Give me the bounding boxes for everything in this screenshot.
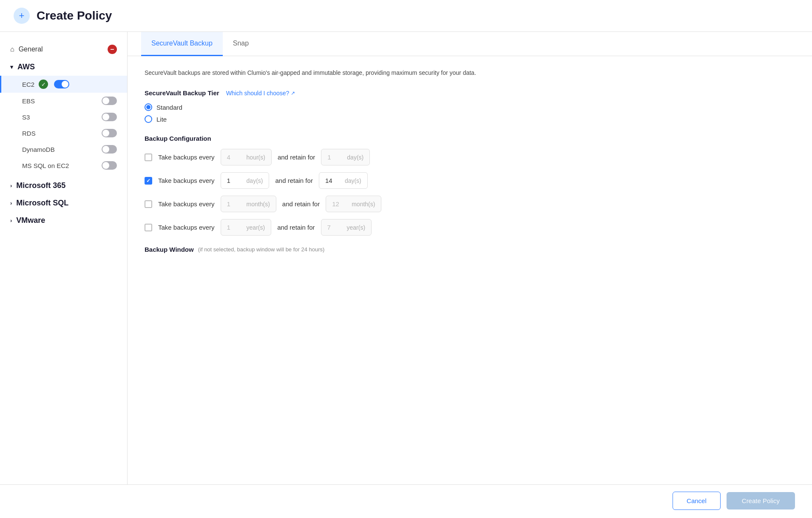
aws-chevron-icon: ▾ <box>10 64 13 70</box>
radio-standard-label: Standard <box>156 104 182 111</box>
freq-unit-monthly: month(s) <box>247 196 276 212</box>
retain-label-monthly: and retain for <box>282 200 320 208</box>
freq-unit-hourly: hour(s) <box>247 150 271 165</box>
sidebar-group-aws[interactable]: ▾ AWS <box>0 58 127 76</box>
tab-snap[interactable]: Snap <box>223 32 259 56</box>
ec2-label: EC2 <box>22 81 34 88</box>
header: + Create Policy <box>0 0 812 32</box>
backup-label-monthly: Take backups every <box>158 200 215 208</box>
ebs-label: EBS <box>22 97 35 105</box>
backup-label-daily: Take backups every <box>158 177 215 184</box>
mssql-ec2-toggle[interactable] <box>102 161 117 170</box>
backup-label-yearly: Take backups every <box>158 224 215 231</box>
freq-field-yearly: year(s) <box>221 219 272 236</box>
msql-chevron-icon: › <box>10 200 12 206</box>
freq-unit-daily: day(s) <box>247 173 269 188</box>
tab-securevault-backup[interactable]: SecureVault Backup <box>141 32 223 56</box>
content-area: SecureVault Backup Snap SecureVault back… <box>128 32 812 484</box>
tier-help-link[interactable]: Which should I choose? ↗ <box>226 90 295 97</box>
radio-lite[interactable]: Lite <box>145 115 795 123</box>
retain-field-monthly: month(s) <box>326 196 381 212</box>
retain-field-daily: day(s) <box>319 172 368 189</box>
sidebar: ⌂ General – ▾ AWS EC2 ✓ EBS S3 RDS <box>0 32 128 484</box>
checkbox-monthly[interactable] <box>145 200 152 208</box>
general-error-icon: – <box>108 45 117 54</box>
create-policy-button[interactable]: Create Policy <box>727 492 795 509</box>
sidebar-item-dynamodb[interactable]: DynamoDB <box>0 141 127 157</box>
backup-row-hourly: Take backups every hour(s) and retain fo… <box>145 149 795 165</box>
mssql-ec2-label: MS SQL on EC2 <box>22 162 69 169</box>
backup-row-yearly: Take backups every year(s) and retain fo… <box>145 219 795 236</box>
ebs-toggle[interactable] <box>102 97 117 105</box>
create-icon: + <box>14 8 30 24</box>
radio-lite-circle <box>145 115 152 123</box>
content-inner: SecureVault backups are stored within Cl… <box>128 56 812 265</box>
sidebar-aws-label: AWS <box>17 63 35 71</box>
home-icon: ⌂ <box>10 46 14 53</box>
cancel-button[interactable]: Cancel <box>673 492 721 510</box>
checkbox-hourly[interactable] <box>145 154 152 161</box>
retain-unit-yearly: year(s) <box>347 220 372 235</box>
sidebar-group-msql[interactable]: › Microsoft SQL <box>0 194 127 212</box>
checkbox-daily[interactable] <box>145 177 152 185</box>
rds-toggle[interactable] <box>102 129 117 137</box>
sidebar-msql-label: Microsoft SQL <box>16 199 68 208</box>
backup-row-daily: Take backups every day(s) and retain for… <box>145 172 795 189</box>
freq-field-monthly: month(s) <box>221 196 276 212</box>
backup-config-title: Backup Configuration <box>145 135 795 142</box>
tier-section-header: SecureVault Backup Tier Which should I c… <box>145 89 795 97</box>
sidebar-group-vmware[interactable]: › VMware <box>0 212 127 229</box>
radio-standard-circle <box>145 103 152 111</box>
retain-field-hourly: day(s) <box>321 149 370 165</box>
ec2-toggle[interactable] <box>54 80 69 88</box>
sidebar-item-mssql-ec2[interactable]: MS SQL on EC2 <box>0 157 127 174</box>
freq-unit-yearly: year(s) <box>247 220 271 235</box>
backup-window-row: Backup Window (if not selected, backup w… <box>145 246 795 253</box>
sidebar-item-general[interactable]: ⌂ General – <box>0 40 127 58</box>
retain-label-daily: and retain for <box>275 177 312 184</box>
radio-lite-label: Lite <box>156 116 167 123</box>
sidebar-item-rds[interactable]: RDS <box>0 125 127 141</box>
backup-window-title: Backup Window <box>145 246 194 253</box>
s3-label: S3 <box>22 114 30 121</box>
description-text: SecureVault backups are stored within Cl… <box>145 68 510 77</box>
freq-input-monthly[interactable] <box>221 196 247 212</box>
freq-input-hourly[interactable] <box>221 149 247 165</box>
page-title: Create Policy <box>37 9 112 23</box>
freq-input-yearly[interactable] <box>221 219 247 235</box>
radio-standard[interactable]: Standard <box>145 103 795 111</box>
ec2-check-icon: ✓ <box>39 80 48 89</box>
sidebar-vmware-label: VMware <box>16 216 45 225</box>
dynamodb-toggle[interactable] <box>102 145 117 154</box>
dynamodb-label: DynamoDB <box>22 146 55 153</box>
external-link-icon: ↗ <box>291 90 295 96</box>
freq-field-daily: day(s) <box>221 172 270 189</box>
main-layout: ⌂ General – ▾ AWS EC2 ✓ EBS S3 RDS <box>0 32 812 484</box>
retain-input-monthly[interactable] <box>326 196 352 212</box>
retain-label-yearly: and retain for <box>277 224 315 231</box>
sidebar-item-ec2[interactable]: EC2 ✓ <box>0 76 127 93</box>
retain-unit-hourly: day(s) <box>347 150 369 165</box>
retain-label-hourly: and retain for <box>278 154 315 161</box>
sidebar-item-ebs[interactable]: EBS <box>0 93 127 109</box>
tier-title: SecureVault Backup Tier <box>145 89 219 97</box>
m365-chevron-icon: › <box>10 182 12 189</box>
retain-unit-monthly: month(s) <box>352 196 381 212</box>
sidebar-item-s3[interactable]: S3 <box>0 109 127 125</box>
vmware-chevron-icon: › <box>10 217 12 224</box>
s3-toggle[interactable] <box>102 113 117 121</box>
retain-input-daily[interactable] <box>319 173 345 188</box>
retain-field-yearly: year(s) <box>321 219 372 236</box>
freq-field-hourly: hour(s) <box>221 149 272 165</box>
sidebar-m365-label: Microsoft 365 <box>16 181 65 190</box>
tab-bar: SecureVault Backup Snap <box>128 32 812 56</box>
sidebar-general-label: General <box>19 46 43 53</box>
rds-label: RDS <box>22 130 36 137</box>
freq-input-daily[interactable] <box>221 173 247 188</box>
retain-unit-daily: day(s) <box>345 173 367 188</box>
checkbox-yearly[interactable] <box>145 224 152 231</box>
retain-input-yearly[interactable] <box>321 219 347 235</box>
retain-input-hourly[interactable] <box>321 149 347 165</box>
sidebar-group-m365[interactable]: › Microsoft 365 <box>0 177 127 194</box>
tier-radio-group: Standard Lite <box>145 103 795 123</box>
